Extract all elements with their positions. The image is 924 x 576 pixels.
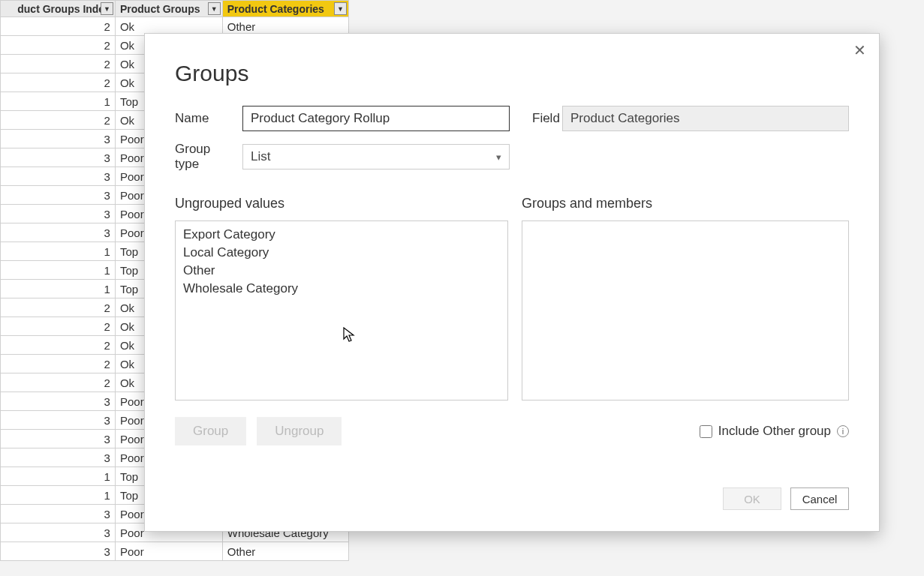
dialog-title: Groups	[175, 61, 849, 86]
cell-index: 3	[1, 505, 116, 524]
cell-index: 2	[1, 355, 116, 374]
group-type-select[interactable]: List ▾	[242, 144, 510, 170]
list-item[interactable]: Local Category	[176, 244, 507, 262]
cell-index: 3	[1, 392, 116, 411]
chevron-down-icon[interactable]: ▼	[101, 2, 113, 15]
field-display: Product Categories	[562, 106, 849, 131]
close-icon[interactable]: ✕	[850, 41, 868, 59]
cell-index: 2	[1, 336, 116, 355]
cell-index: 1	[1, 486, 116, 505]
cell-index: 3	[1, 186, 116, 205]
groups-header: Groups and members	[522, 196, 849, 212]
cell-index: 3	[1, 448, 116, 467]
ungrouped-listbox[interactable]: Export CategoryLocal CategoryOtherWholes…	[175, 220, 508, 400]
group-type-label: Group type	[175, 142, 229, 172]
list-item[interactable]: Other	[176, 262, 507, 280]
cell-index: 3	[1, 542, 116, 561]
ungrouped-header: Ungrouped values	[175, 196, 508, 212]
cell-index: 3	[1, 524, 116, 542]
list-item[interactable]: Wholesale Category	[176, 280, 507, 298]
ungroup-button[interactable]: Ungroup	[257, 417, 342, 446]
groups-dialog: ✕ Groups Name Field Product Categories G…	[144, 33, 880, 532]
name-input[interactable]	[242, 106, 510, 131]
cell-index: 2	[1, 74, 116, 92]
cell-index: 1	[1, 261, 116, 280]
cell-index: 2	[1, 298, 116, 317]
list-item[interactable]: Export Category	[176, 226, 507, 244]
cell-index: 1	[1, 280, 116, 298]
cell-index: 3	[1, 224, 116, 242]
chevron-down-icon[interactable]: ▼	[334, 2, 347, 15]
table-row[interactable]: 3PoorOther	[1, 542, 349, 561]
cell-index: 1	[1, 242, 116, 261]
cell-index: 2	[1, 36, 116, 55]
cell-index: 2	[1, 374, 116, 392]
cell-index: 3	[1, 205, 116, 224]
cell-index: 3	[1, 148, 116, 167]
cell-group: Poor	[115, 542, 222, 561]
group-button[interactable]: Group	[175, 417, 246, 446]
chevron-down-icon[interactable]: ▼	[208, 2, 221, 15]
cancel-button[interactable]: Cancel	[790, 488, 849, 510]
cell-category: Other	[222, 542, 348, 561]
name-label: Name	[175, 111, 229, 126]
cell-index: 2	[1, 17, 116, 36]
ok-button[interactable]: OK	[723, 488, 781, 510]
cell-index: 2	[1, 317, 116, 336]
cell-index: 3	[1, 411, 116, 430]
include-other-label: Include Other group	[718, 424, 831, 439]
cell-index: 1	[1, 92, 116, 111]
chevron-down-icon: ▾	[496, 152, 501, 163]
cell-index: 3	[1, 130, 116, 148]
cell-index: 2	[1, 55, 116, 74]
cell-index: 1	[1, 467, 116, 486]
include-other-wrap[interactable]: Include Other group i	[700, 424, 849, 439]
col-header-groups[interactable]: Product Groups ▼	[115, 1, 222, 17]
col-header-categories[interactable]: Product Categories ▼	[222, 1, 348, 17]
col-header-index[interactable]: duct Groups Index ▼	[1, 1, 116, 17]
field-label: Field	[532, 111, 549, 126]
cell-index: 3	[1, 430, 116, 448]
include-other-checkbox[interactable]	[700, 425, 712, 438]
cell-index: 3	[1, 167, 116, 186]
info-icon[interactable]: i	[837, 425, 849, 437]
cell-index: 2	[1, 111, 116, 130]
groups-listbox[interactable]	[522, 220, 849, 400]
